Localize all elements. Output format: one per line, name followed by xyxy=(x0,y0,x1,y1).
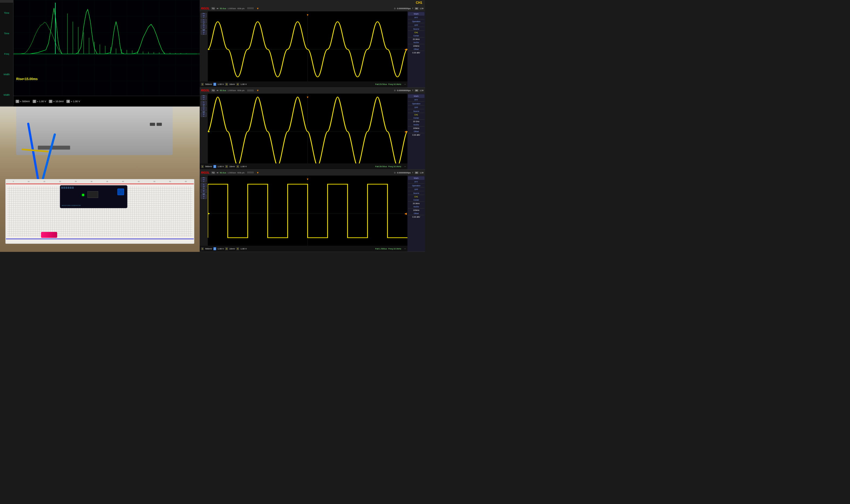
nav-arrows-1[interactable]: ↔ xyxy=(404,83,406,86)
bench-photo: 5 10 15 20 25 30 35 40 45 50 55 60 xyxy=(0,107,200,252)
period-btn-2[interactable]: Period xyxy=(201,95,207,100)
bottom-ch-num-2c: 2 xyxy=(213,247,216,250)
bottom-ch2-val-2: 1.00 V xyxy=(218,165,224,168)
usb-port-1[interactable] xyxy=(150,123,155,126)
fft-item-3[interactable]: FFT xyxy=(408,180,424,184)
scope-panel-2: RIGOL TD H 50.0us 1.000Sa/s 600k pts ⌇⌇⌇… xyxy=(200,88,425,170)
trigger-marker-2: ▼ xyxy=(256,89,259,92)
fall-val-2: Fall:39.50us xyxy=(375,165,387,168)
freq-val-1: Freq:10.0kHz xyxy=(388,83,401,86)
risetime-btn-3[interactable]: RiseTime xyxy=(201,188,207,193)
rigol-logo-2: RIGOL xyxy=(201,89,210,92)
freq-btn-2[interactable]: Freq xyxy=(201,101,207,106)
scope-panel-3: RIGOL TD H 50.0us 1.000Sa/s 600k pts ⌇⌇⌇… xyxy=(200,169,425,252)
bb-num: 10 xyxy=(28,181,30,182)
bb-red-line xyxy=(6,184,194,184)
center-item-2[interactable]: Center xyxy=(408,116,424,120)
fft-item-2[interactable]: FFT xyxy=(408,98,424,102)
offset-val-2: 0.00 dBV xyxy=(408,134,424,136)
period-btn-3[interactable]: Period xyxy=(201,177,207,182)
monitor-photo: Time Time Freq Width Width xyxy=(0,0,200,107)
sample-2: 1.000Sa/s xyxy=(227,90,236,91)
scope-display-2: ◄ ▼ ► xyxy=(208,94,407,169)
ch1-item-1[interactable]: CH1 xyxy=(408,31,424,34)
monitor-lower-section xyxy=(16,107,173,155)
off-item-2[interactable]: OFF xyxy=(408,106,424,109)
pcb-text: WAVEFORM GENERATOR xyxy=(62,205,81,206)
operation-item-1[interactable]: Operation xyxy=(408,20,424,23)
waveform-svg-1 xyxy=(208,11,407,87)
offset-val-1: 0.00 dBV xyxy=(408,52,424,54)
label-time1: Time xyxy=(4,12,10,14)
t-num-2: 88 xyxy=(415,89,418,92)
header-h-1: H xyxy=(217,7,218,10)
freq-center-3: 20.0kHz xyxy=(408,202,424,205)
rigol-logo-1: RIGOL xyxy=(201,7,210,10)
trigger-arrow-top-2: ▼ xyxy=(306,96,309,99)
bottom-ch3-val-2: 10mV xyxy=(229,165,235,168)
bb-num: 20 xyxy=(59,181,61,182)
offset-item-2[interactable]: Offset xyxy=(408,130,424,133)
bottom-ch-num-2: 2 xyxy=(213,83,216,86)
bottom-ch-num-1b: 1 xyxy=(201,165,204,168)
ch1-reading: 1 = 500mV xyxy=(16,100,30,103)
freq-val-2: Freq:10.0kHz xyxy=(388,165,401,168)
bb-num: 60 xyxy=(185,181,187,182)
width-btn-2[interactable]: Width xyxy=(201,112,207,117)
trigger-arrow-top-3: ▼ xyxy=(306,178,309,181)
nav-arrows-2[interactable]: ↔ xyxy=(404,165,406,168)
center-item-1[interactable]: Center xyxy=(408,34,424,37)
freq-btn-3[interactable]: Freq xyxy=(201,183,207,188)
offset-item-1[interactable]: Offset xyxy=(408,48,424,51)
ch1-item-3[interactable]: CH1 xyxy=(408,196,424,198)
hzdiv-item-1[interactable]: Hz/Div xyxy=(408,41,424,44)
bottom-ch-num-4: 4 xyxy=(237,83,239,86)
bb-blue-line xyxy=(6,239,194,239)
hzdiv-item-3[interactable]: Hz/Div xyxy=(408,205,424,209)
center-item-3[interactable]: Center xyxy=(408,198,424,202)
breadboard: 5 10 15 20 25 30 35 40 45 50 55 60 xyxy=(5,179,194,244)
nav-arrows-3[interactable]: ↔ xyxy=(404,248,406,250)
bottom-bar-3: 1 500mV 2 1.00 V 3 10mV 4 1.00 V Fall:1.… xyxy=(200,246,407,252)
off-item-3[interactable]: OFF xyxy=(408,188,424,191)
left-controls-1: Period Freq RiseTime Width xyxy=(200,5,208,87)
bottom-bar-1: 1 500mV 2 1.00 V 3 10mV 4 1.00 V Fall:29… xyxy=(200,82,407,87)
bb-num: 15 xyxy=(44,181,45,182)
fft-item-1[interactable]: FFT xyxy=(408,16,424,19)
potentiometer xyxy=(117,188,124,195)
offset-item-3[interactable]: Offset xyxy=(408,212,424,215)
left-controls-3: Period Freq RiseTime Width xyxy=(200,169,208,252)
freq-btn-1[interactable]: Freq xyxy=(201,19,207,23)
trigger-arrow-top-1: ▼ xyxy=(306,14,309,16)
bottom-ch1-val-2: 500mV xyxy=(205,165,212,168)
hzdiv-val-1: 100kHz xyxy=(408,45,424,47)
scope-header-3: RIGOL TD H 50.0us 1.000Sa/s 600k pts ⌇⌇⌇… xyxy=(200,169,425,176)
period-btn-1[interactable]: Period xyxy=(201,13,207,18)
d-val-3: 0.00000000ps xyxy=(397,172,411,174)
operation-item-2[interactable]: Operation xyxy=(408,102,424,105)
source-item-2[interactable]: Source xyxy=(408,110,424,113)
usb-port-2[interactable] xyxy=(157,123,162,126)
risetime-btn-1[interactable]: RiseTime xyxy=(201,24,207,29)
bottom-ch-num-4c: 4 xyxy=(237,247,239,250)
width-btn-1[interactable]: Width xyxy=(201,30,207,35)
ch1-item-2[interactable]: CH1 xyxy=(408,113,424,116)
risetime-btn-2[interactable]: RiseTime xyxy=(201,107,207,111)
width-btn-3[interactable]: Width xyxy=(201,194,207,199)
bottom-ch-num-4b: 4 xyxy=(237,165,239,168)
ch1-val: 500mV xyxy=(22,100,30,103)
bb-num: 25 xyxy=(75,181,77,182)
bottom-ch4-val-2: 1.00 V xyxy=(240,165,247,168)
hzdiv-item-2[interactable]: Hz/Div xyxy=(408,123,424,126)
off-item-1[interactable]: OFF xyxy=(408,24,424,27)
pcb-pin xyxy=(70,186,71,189)
ch4-reading: 4 = 1.00 V xyxy=(66,100,80,103)
bottom-ch2-val-3: 1.00 V xyxy=(218,248,224,250)
t-num-1: 88 xyxy=(415,7,418,10)
operation-item-3[interactable]: Operation xyxy=(408,184,424,187)
source-item-1[interactable]: Source xyxy=(408,28,424,31)
bb-num: 5 xyxy=(13,181,14,182)
pts-3: 600k pts xyxy=(238,172,244,174)
source-item-3[interactable]: Source xyxy=(408,192,424,195)
bottom-ch-num-3c: 3 xyxy=(225,247,228,250)
